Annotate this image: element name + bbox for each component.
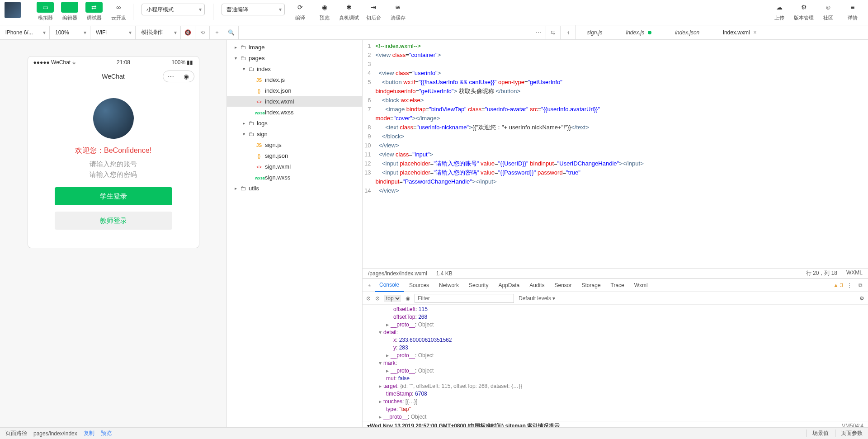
console-row[interactable]: offsetLeft: 115 xyxy=(363,306,868,313)
console-row[interactable]: ▸__proto__: Object xyxy=(363,367,868,375)
editor-button[interactable]: 编辑器 xyxy=(59,2,80,21)
zoom-select[interactable]: 100% xyxy=(50,26,90,39)
preview-link[interactable]: 预览 xyxy=(101,430,112,437)
more-icon[interactable]: ⋯ xyxy=(532,26,546,39)
context-select[interactable]: top xyxy=(384,295,401,302)
network-select[interactable]: WiFi xyxy=(90,26,136,39)
cloud-button[interactable]: ∞云开发 xyxy=(108,2,129,21)
inspect-icon[interactable]: ⟐ xyxy=(365,282,374,288)
tree-index.wxss[interactable]: wxssindex.wxss xyxy=(227,107,362,118)
details-button[interactable]: ≡详情 xyxy=(842,2,863,21)
debugger-button[interactable]: ⇄调试器 xyxy=(83,2,105,21)
devtools-tab-storage[interactable]: Storage xyxy=(577,279,605,292)
tree-index.wxml[interactable]: <>index.wxml xyxy=(227,96,362,107)
mode-select[interactable]: 小程序模式 xyxy=(142,4,205,15)
compile-button[interactable]: ⟳编译 xyxy=(289,2,311,21)
compile-select[interactable]: 普通编译 xyxy=(222,4,285,15)
devtools-tab-network[interactable]: Network xyxy=(434,279,463,292)
console-row[interactable]: ▸target: {id: "", offsetLeft: 115, offse… xyxy=(363,382,868,390)
devtools-tab-console[interactable]: Console xyxy=(375,279,404,292)
tree-image[interactable]: ▸🗀image xyxy=(227,42,362,52)
scene-label[interactable]: 场景值 xyxy=(807,430,829,437)
tree-index.json[interactable]: {}index.json xyxy=(227,85,362,96)
device-select[interactable]: iPhone 6/... xyxy=(0,26,50,39)
tab-index.json[interactable]: index.json xyxy=(663,25,711,40)
tree-sign.js[interactable]: JSsign.js xyxy=(227,139,362,150)
file-size: 1.4 KB xyxy=(436,270,453,277)
top-toolbar: ▭模拟器编辑器⇄调试器∞云开发 小程序模式 普通编译 ⟳编译◉预览✱真机调试⇥切… xyxy=(0,0,868,25)
warning-badge[interactable]: ▲ 3 xyxy=(833,282,843,288)
console-row[interactable]: ▾detail: xyxy=(363,329,868,336)
rotate-icon[interactable]: ⟲ xyxy=(195,26,210,39)
editor-status-bar: /pages/index/index.wxml 1.4 KB 行 20，列 18… xyxy=(363,268,868,278)
tree-utils[interactable]: ▸🗀utils xyxy=(227,183,362,194)
status-battery: 100% ▮▮ xyxy=(171,59,193,66)
tab-sign.js[interactable]: sign.js xyxy=(576,25,614,40)
plus-icon[interactable]: ＋ xyxy=(210,26,224,39)
copy-link[interactable]: 复制 xyxy=(84,430,94,437)
preview-button[interactable]: ◉预览 xyxy=(314,2,335,21)
console-row[interactable]: ▸__proto__: Object xyxy=(363,352,868,359)
console-row[interactable]: ▸__proto__: Object xyxy=(363,321,868,329)
devtools-tab-appdata[interactable]: AppData xyxy=(494,279,524,292)
mock-select[interactable]: 模拟操作 xyxy=(136,26,181,39)
second-bar: iPhone 6/... 100% WiFi 模拟操作 🔇 ⟲ ＋ 🔍 ⋯ ⇆ … xyxy=(0,25,868,40)
tree-index.js[interactable]: JSindex.js xyxy=(227,74,362,85)
version-button[interactable]: ⚙版本管理 xyxy=(793,2,815,21)
hint-username[interactable]: 请输入您的账号 xyxy=(90,160,137,169)
level-select[interactable]: Default levels ▾ xyxy=(519,295,555,302)
console-row[interactable]: ▸__proto__: Object xyxy=(363,413,868,421)
code-editor[interactable]: 12345 67 8910111213 14 <!--index.wxml-->… xyxy=(363,40,868,268)
clear-cache-button[interactable]: ≋清缓存 xyxy=(387,2,409,21)
remote-button[interactable]: ✱真机调试 xyxy=(338,2,360,21)
user-avatar[interactable] xyxy=(93,98,134,139)
devtools-tab-security[interactable]: Security xyxy=(464,279,493,292)
console-row[interactable]: offsetTop: 268 xyxy=(363,313,868,321)
capsule-button[interactable]: ⋯◉ xyxy=(163,71,194,82)
devtools-more-icon[interactable]: ⋮ xyxy=(844,282,855,288)
status-carrier: ●●●●● WeChat ⏚ xyxy=(33,59,75,66)
devtools-tab-audits[interactable]: Audits xyxy=(525,279,549,292)
simulator-button[interactable]: ▭模拟器 xyxy=(34,2,56,21)
devtools-tab-sources[interactable]: Sources xyxy=(405,279,434,292)
upload-button[interactable]: ☁上传 xyxy=(769,2,790,21)
community-button[interactable]: ☺社区 xyxy=(817,2,839,21)
background-button[interactable]: ⇥切后台 xyxy=(363,2,384,21)
file-lang: WXML xyxy=(846,269,863,277)
console-row[interactable]: mut: false xyxy=(363,375,868,382)
tree-sign.json[interactable]: {}sign.json xyxy=(227,150,362,161)
console-row[interactable]: x: 233.60000610351562 xyxy=(363,336,868,344)
student-login-button[interactable]: 学生登录 xyxy=(55,187,172,205)
tab-index.wxml[interactable]: index.wxml× xyxy=(711,25,768,40)
console-row[interactable]: timeStamp: 6708 xyxy=(363,390,868,398)
console-row[interactable]: type: "tap" xyxy=(363,406,868,413)
stop-icon[interactable]: ⊘ xyxy=(366,295,371,302)
search-icon[interactable]: 🔍 xyxy=(224,26,239,39)
devtools-tab-sensor[interactable]: Sensor xyxy=(550,279,576,292)
console-row[interactable]: ▸touches: [{…}] xyxy=(363,398,868,406)
devtools-tab-trace[interactable]: Trace xyxy=(606,279,629,292)
params-label[interactable]: 页面参数 xyxy=(835,430,863,437)
console-settings-icon[interactable]: ⚙ xyxy=(859,295,864,302)
settings-icon[interactable]: ⇆ xyxy=(546,26,561,39)
teacher-login-button[interactable]: 教师登录 xyxy=(55,212,172,230)
tree-logs[interactable]: ▸🗀logs xyxy=(227,118,362,128)
tree-sign[interactable]: ▾🗀sign xyxy=(227,128,362,139)
devtools-tab-wxml[interactable]: Wxml xyxy=(630,279,652,292)
clear-icon[interactable]: ⊘ xyxy=(375,295,380,302)
tree-sign.wxss[interactable]: wxsssign.wxss xyxy=(227,172,362,183)
live-icon[interactable]: ◉ xyxy=(406,295,410,302)
file-path: /pages/index/index.wxml xyxy=(368,270,427,277)
devtools-dock-icon[interactable]: ⧉ xyxy=(856,282,865,288)
tree-sign.wxml[interactable]: <>sign.wxml xyxy=(227,161,362,172)
tab-index.js[interactable]: index.js xyxy=(614,25,664,40)
tree-index[interactable]: ▾🗀index xyxy=(227,63,362,74)
split-icon[interactable]: ⫞ xyxy=(561,26,575,39)
hint-password[interactable]: 请输入您的密码 xyxy=(90,170,137,179)
tree-pages[interactable]: ▾🗀pages xyxy=(227,52,362,63)
console-row[interactable]: ▾mark: xyxy=(363,359,868,367)
project-avatar[interactable] xyxy=(5,2,21,18)
console-row[interactable]: y: 283 xyxy=(363,344,868,352)
console-filter[interactable] xyxy=(415,294,514,303)
mute-icon[interactable]: 🔇 xyxy=(181,26,195,39)
